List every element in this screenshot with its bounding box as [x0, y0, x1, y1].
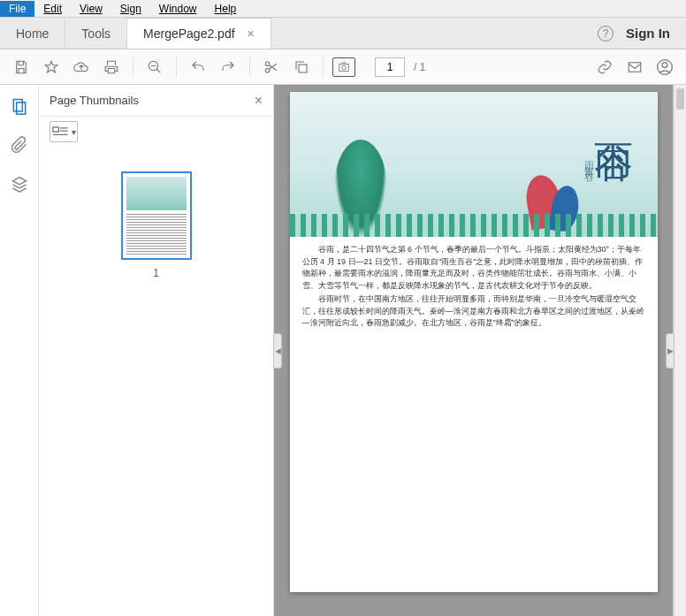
thumbnails-panel: Page Thumbnails × ▾ 1 [39, 85, 274, 616]
attachments-rail-icon[interactable] [9, 134, 30, 156]
page-number-input[interactable] [375, 57, 405, 77]
svg-rect-4 [339, 64, 349, 71]
thumbnail-options-button[interactable]: ▾ [50, 121, 78, 142]
help-icon[interactable]: ? [598, 26, 614, 42]
snapshot-icon[interactable] [332, 57, 355, 77]
collapse-right-handle[interactable]: ▶ [666, 333, 675, 369]
undo-icon[interactable] [186, 55, 210, 80]
scissors-icon[interactable] [259, 55, 284, 80]
star-icon[interactable] [39, 55, 64, 80]
mail-icon[interactable] [622, 55, 647, 80]
profile-icon[interactable] [652, 55, 677, 80]
thumbnail-1-label: 1 [153, 267, 159, 279]
vertical-scrollbar[interactable] [674, 85, 686, 616]
svg-point-5 [342, 65, 347, 70]
menu-bar: File Edit View Sign Window Help [0, 0, 686, 18]
menu-help[interactable]: Help [206, 1, 246, 17]
svg-point-2 [265, 68, 270, 72]
redo-icon[interactable] [216, 55, 240, 80]
tab-document[interactable]: MergePage2.pdf × [127, 18, 271, 49]
menu-view[interactable]: View [71, 1, 111, 17]
left-rail [0, 85, 39, 616]
svg-rect-10 [16, 103, 25, 114]
sign-in-button[interactable]: Sign In [626, 26, 670, 41]
page-thumbnail-1[interactable] [123, 173, 190, 258]
tab-document-label: MergePage2.pdf [143, 27, 235, 41]
collapse-left-handle[interactable]: ◀ [273, 333, 282, 369]
copy-icon[interactable] [289, 55, 314, 80]
menu-file[interactable]: File [0, 1, 34, 17]
svg-rect-9 [13, 100, 22, 111]
paragraph-2: 谷雨时节，在中国南方地区，往往开始明显多雨，而特别是华南，一旦冷空气与暖湿空气交… [302, 293, 645, 330]
toolbar: / 1 [0, 49, 686, 85]
tab-close-icon[interactable]: × [248, 27, 255, 41]
zoom-out-icon[interactable] [142, 55, 167, 80]
tab-bar: Home Tools MergePage2.pdf × ? Sign In [0, 18, 686, 49]
thumbnails-rail-icon[interactable] [9, 95, 30, 117]
tab-tools[interactable]: Tools [65, 18, 127, 49]
print-icon[interactable] [99, 55, 124, 80]
menu-window[interactable]: Window [150, 1, 206, 17]
menu-edit[interactable]: Edit [34, 1, 71, 17]
svg-point-8 [662, 62, 667, 67]
svg-rect-3 [299, 65, 307, 72]
layers-rail-icon[interactable] [9, 173, 30, 194]
thumbnails-header: Page Thumbnails × [39, 85, 273, 117]
close-panel-icon[interactable]: × [255, 93, 263, 109]
save-icon[interactable] [9, 55, 34, 80]
paragraph-1: 谷雨，是二十四节气之第 6 个节气，春季的最后一个节气。斗指辰；太阳黄经为30°… [302, 244, 645, 292]
hero-image: 谷雨 雨生百谷 [290, 92, 658, 237]
svg-point-1 [265, 62, 270, 66]
link-icon[interactable] [592, 55, 617, 80]
svg-rect-11 [52, 127, 58, 132]
document-viewport: ◀ 谷雨 雨生百谷 谷雨，是二十四节气之第 6 个节气，春季的最后一个节气。斗指… [274, 85, 686, 616]
content-area: Page Thumbnails × ▾ 1 ◀ [0, 85, 686, 616]
cloud-upload-icon[interactable] [69, 55, 94, 80]
svg-rect-6 [629, 62, 641, 72]
hero-subtitle: 雨生百谷 [583, 154, 596, 168]
document-body: 谷雨，是二十四节气之第 6 个节气，春季的最后一个节气。斗指辰；太阳黄经为30°… [290, 237, 658, 338]
page-total-label: / 1 [414, 61, 425, 73]
document-page-1: 谷雨 雨生百谷 谷雨，是二十四节气之第 6 个节气，春季的最后一个节气。斗指辰；… [290, 92, 658, 592]
thumbnails-title: Page Thumbnails [50, 94, 139, 107]
menu-sign[interactable]: Sign [111, 1, 150, 17]
tab-home[interactable]: Home [0, 18, 65, 49]
